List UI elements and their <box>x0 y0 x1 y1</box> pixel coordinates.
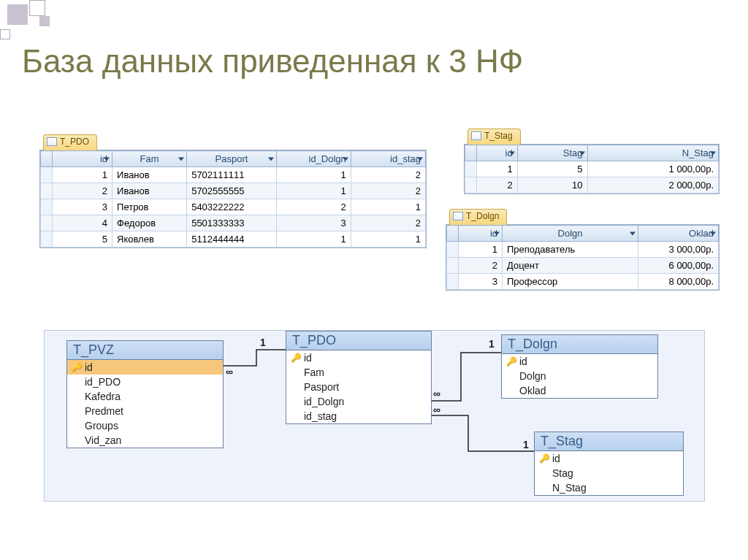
entity-tpdo[interactable]: T_PDO 🔑id Fam Pasport id_Dolgn id_stag <box>286 331 432 424</box>
key-icon: 🔑 <box>72 362 83 372</box>
table-tstag: T_Stag id Stag N_Stag 151 000,00р. 2102 … <box>464 144 720 194</box>
deco-square <box>39 16 50 26</box>
col-header[interactable]: id <box>477 145 518 161</box>
entity-title: T_Dolgn <box>502 335 657 354</box>
chevron-down-icon <box>268 157 274 161</box>
col-header[interactable]: id <box>459 226 503 242</box>
entity-field[interactable]: id_PDO <box>67 375 223 389</box>
entity-field[interactable]: Dolgn <box>502 369 657 383</box>
col-header[interactable]: Pasport <box>187 151 277 167</box>
entity-field[interactable]: 🔑id <box>286 350 431 365</box>
entity-tdolgn[interactable]: T_Dolgn 🔑id Dolgn Oklad <box>501 334 658 399</box>
chevron-down-icon <box>343 157 348 161</box>
col-header[interactable]: id_Dolgn <box>276 151 351 167</box>
col-header[interactable]: Oklad <box>638 226 719 242</box>
table-row[interactable]: 3Профессор8 000,00р. <box>447 274 719 290</box>
col-header[interactable]: Dolgn <box>503 226 638 242</box>
col-header[interactable]: Stag <box>517 145 587 161</box>
row-selector-header[interactable] <box>465 145 477 161</box>
entity-title: T_PVZ <box>67 341 223 360</box>
tab-tdolgn[interactable]: T_Dolgn <box>449 209 507 225</box>
entity-field[interactable]: Predmet <box>67 404 223 418</box>
cardinality-many: ∞ <box>433 388 440 399</box>
table-icon <box>47 137 57 146</box>
table-tdolgn: T_Dolgn id Dolgn Oklad 1Преподаватель3 0… <box>446 224 720 291</box>
table-row[interactable]: 1Иванов570211111112 <box>41 167 426 183</box>
table-header-row: id Dolgn Oklad <box>447 226 719 242</box>
chevron-down-icon <box>579 151 585 155</box>
entity-field[interactable]: 🔑id <box>67 360 223 375</box>
table-row[interactable]: 2Иванов570255555512 <box>41 183 426 199</box>
entity-tstag[interactable]: T_Stag 🔑id Stag N_Stag <box>534 431 684 496</box>
entity-field[interactable]: Kafedra <box>67 389 223 404</box>
row-selector-header[interactable] <box>447 226 459 242</box>
table-icon <box>471 131 481 140</box>
key-icon: 🔑 <box>506 356 517 367</box>
tab-label: T_PDO <box>60 137 89 147</box>
col-header[interactable]: id_stag <box>351 151 425 167</box>
deco-square <box>0 29 10 39</box>
table-row[interactable]: 1Преподаватель3 000,00р. <box>447 242 719 258</box>
chevron-down-icon <box>417 157 423 161</box>
table-row[interactable]: 151 000,00р. <box>465 161 719 177</box>
table-tpdo: T_PDO id Fam Pasport id_Dolgn id_stag 1И… <box>39 150 427 248</box>
tab-label: T_Dolgn <box>466 211 499 221</box>
chevron-down-icon <box>710 231 716 235</box>
entity-title: T_Stag <box>535 432 683 451</box>
entity-field[interactable]: id_stag <box>286 409 431 423</box>
entity-field[interactable]: 🔑id <box>535 451 683 466</box>
chevron-down-icon <box>509 151 515 155</box>
entity-field[interactable]: Groups <box>67 418 223 433</box>
entity-field[interactable]: N_Stag <box>535 480 683 495</box>
col-header[interactable]: N_Stag <box>587 145 718 161</box>
relationships-diagram: 1 ∞ 1 ∞ ∞ 1 T_PVZ 🔑id id_PDO Kafedra Pre… <box>44 330 705 502</box>
chevron-down-icon <box>104 157 110 161</box>
key-icon: 🔑 <box>291 353 302 363</box>
table-icon <box>453 212 463 220</box>
slide-title: База данных приведенная к 3 НФ <box>22 44 523 79</box>
entity-field[interactable]: Oklad <box>502 383 657 398</box>
entity-field[interactable]: Pasport <box>286 380 431 394</box>
cardinality-many: ∞ <box>433 404 440 415</box>
tab-tpdo[interactable]: T_PDO <box>43 134 97 150</box>
cardinality-one: 1 <box>523 439 529 450</box>
entity-tpvz[interactable]: T_PVZ 🔑id id_PDO Kafedra Predmet Groups … <box>66 340 224 448</box>
entity-field[interactable]: 🔑id <box>502 354 657 369</box>
chevron-down-icon <box>178 157 184 161</box>
entity-field[interactable]: Stag <box>535 466 683 480</box>
cardinality-one: 1 <box>260 337 266 348</box>
table-header-row: id Stag N_Stag <box>465 145 719 161</box>
table-row[interactable]: 3Петров540322222221 <box>41 199 426 215</box>
key-icon: 🔑 <box>539 453 550 464</box>
entity-field[interactable]: Vid_zan <box>67 433 223 448</box>
col-header[interactable]: id <box>53 151 112 167</box>
cardinality-one: 1 <box>489 338 495 350</box>
entity-title: T_PDO <box>286 331 431 350</box>
tab-tstag[interactable]: T_Stag <box>468 129 521 145</box>
entity-field[interactable]: Fam <box>286 365 431 380</box>
entity-field[interactable]: id_Dolgn <box>286 394 431 409</box>
deco-square <box>29 0 45 16</box>
table-header-row: id Fam Pasport id_Dolgn id_stag <box>41 151 426 167</box>
deco-square <box>7 4 28 25</box>
chevron-down-icon <box>710 151 716 155</box>
table-row[interactable]: 2102 000,00р. <box>465 177 719 193</box>
chevron-down-icon <box>630 231 636 235</box>
table-row[interactable]: 5Яковлев511244444411 <box>41 231 426 248</box>
table-row[interactable]: 2Доцент6 000,00р. <box>447 258 719 274</box>
col-header[interactable]: Fam <box>112 151 187 167</box>
cardinality-many: ∞ <box>226 366 233 377</box>
tab-label: T_Stag <box>484 131 513 141</box>
table-row[interactable]: 4Федоров550133333332 <box>41 215 426 231</box>
row-selector-header[interactable] <box>41 151 53 167</box>
chevron-down-icon <box>494 231 500 235</box>
